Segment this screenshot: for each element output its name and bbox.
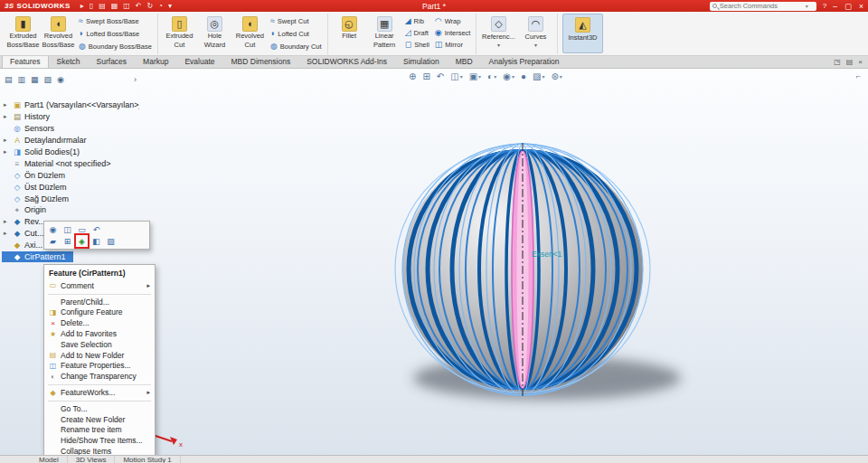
help-button[interactable]: ? — [823, 2, 826, 10]
quick-access-icon[interactable]: ▾ — [168, 0, 172, 12]
tree-tab-icon[interactable]: ▧ — [44, 75, 52, 84]
tree-item[interactable]: ▸ ▤ History — [2, 111, 139, 123]
expand-arrow-icon[interactable]: ▸ — [4, 148, 10, 156]
ribbon-button[interactable]: ◖ Revolved Cut — [232, 14, 268, 54]
context-toolbar-icon[interactable]: ⊞ — [61, 235, 73, 247]
command-tab[interactable]: MBD — [448, 55, 481, 68]
pane-toggle-icon[interactable]: ▤ — [846, 58, 854, 66]
ribbon-button-small[interactable]: ◍ Boundary Boss/Base — [77, 41, 154, 52]
ribbon-button[interactable]: ◖ Revolved Boss/Base — [41, 14, 76, 54]
quick-access-icon[interactable]: ▯ — [90, 0, 93, 12]
tree-item[interactable]: ⌖ Origin — [2, 204, 139, 216]
view-toolbar-button[interactable]: ⊞ ▾ — [422, 71, 429, 81]
context-menu-item[interactable]: ▸ — [48, 398, 151, 402]
view-toolbar-button[interactable]: ⊛ ▾ — [551, 71, 561, 81]
command-tab[interactable]: Surfaces — [89, 55, 136, 68]
context-toolbar-icon[interactable]: ▭ — [76, 223, 88, 235]
tree-tab-icon[interactable]: ▤ — [5, 75, 13, 84]
tree-item[interactable]: ◇ Üst Düzlem — [2, 181, 139, 193]
view-toolbar-button[interactable]: ◫ ▾ — [450, 71, 462, 81]
quick-access-icon[interactable]: ▤ — [99, 0, 106, 12]
model-sphere[interactable]: Eksen<1 — [326, 116, 750, 441]
context-toolbar-icon[interactable]: ◈ — [76, 235, 88, 247]
ribbon-button-small[interactable]: ◫ Mirror — [433, 39, 473, 51]
instant3d-button[interactable]: ◭ Instant3D — [562, 14, 602, 53]
window-control-button[interactable]: × — [859, 2, 863, 11]
context-menu-item[interactable]: Go To... ▸ — [44, 403, 155, 414]
command-tab[interactable]: Evaluate — [176, 55, 222, 68]
context-toolbar-icon[interactable]: ▨ — [105, 235, 117, 247]
view-toolbar-button[interactable]: ⊕ ▾ — [409, 71, 416, 81]
quick-access-icon[interactable]: ↶ — [136, 0, 142, 12]
expand-arrow-icon[interactable]: ▸ — [4, 137, 10, 144]
view-toolbar-button[interactable]: ↶ ▾ — [437, 71, 444, 81]
ribbon-button[interactable]: ◠ Curves ▾ — [517, 14, 553, 54]
context-menu-item[interactable]: ▸ — [48, 382, 151, 385]
command-tab[interactable]: Analysis Preparation — [481, 55, 568, 68]
view-toolbar-button[interactable]: ● ▾ — [521, 71, 526, 81]
ribbon-button-small[interactable]: ◿ Draft — [403, 27, 431, 39]
context-menu-item[interactable]: ▸ — [48, 291, 151, 295]
context-menu-item[interactable]: ◨ Configure Feature ▸ — [44, 307, 155, 318]
ribbon-button-small[interactable]: ≈ Swept Cut — [269, 15, 324, 27]
ribbon-button-small[interactable]: ◍ Boundary Cut — [269, 41, 324, 52]
context-menu-item[interactable]: Parent/Child... ▸ — [44, 297, 155, 307]
tree-item[interactable]: ◎ Sensors — [2, 123, 139, 135]
ribbon-button[interactable]: ◇ Referenc... ▾ — [480, 14, 516, 54]
context-toolbar-icon[interactable]: ◧ — [90, 235, 102, 247]
command-tab[interactable]: Sketch — [49, 55, 89, 68]
ribbon-button[interactable]: ▯ Extruded Cut — [162, 14, 197, 54]
tree-item[interactable]: ▸ ◨ Solid Bodies(1) — [2, 146, 139, 158]
command-tab[interactable]: SOLIDWORKS Add-Ins — [298, 55, 395, 68]
window-control-button[interactable]: ▢ — [844, 2, 852, 11]
context-menu-item[interactable]: ★ Add to Favorites ▸ — [44, 328, 155, 339]
search-commands-input[interactable] — [720, 2, 803, 10]
command-tab[interactable]: MBD Dimensions — [223, 55, 299, 68]
command-tab[interactable]: Simulation — [395, 55, 448, 68]
tree-tab-icon[interactable]: ◉ — [57, 75, 64, 84]
command-tab[interactable]: Markup — [135, 55, 176, 68]
tree-item[interactable]: ◆ CirPattern1 — [2, 251, 73, 263]
context-toolbar-icon[interactable]: ↶ — [90, 223, 102, 235]
context-menu-item[interactable]: Create New Folder ▸ — [44, 414, 155, 425]
ribbon-button-small[interactable]: ◉ Intersect — [433, 27, 473, 39]
document-view-tab[interactable]: Motion Study 1 — [115, 456, 180, 463]
context-menu-item[interactable]: ◆ FeatureWorks... ▸ — [44, 387, 155, 398]
view-toolbar-button[interactable]: ▣ ▾ — [469, 71, 481, 81]
ribbon-button-small[interactable]: ◠ Wrap — [433, 15, 473, 27]
context-menu-item[interactable]: ◐ Change Transparency ▸ — [44, 371, 155, 382]
tree-tab-icon[interactable]: ▥ — [18, 75, 26, 84]
context-toolbar-icon[interactable]: ◫ — [61, 223, 73, 235]
expand-arrow-icon[interactable]: ▸ — [4, 230, 10, 237]
context-menu-item[interactable]: × Delete... ▸ — [44, 317, 155, 328]
pane-toggle-icon[interactable]: × — [858, 58, 863, 66]
context-toolbar-icon[interactable]: ▰ — [47, 235, 59, 247]
command-tab[interactable]: Features — [2, 55, 49, 68]
context-menu-item[interactable]: ◫ Feature Properties... ▸ — [44, 361, 155, 372]
context-menu-item[interactable]: ▤ Add to New Folder ▸ — [44, 350, 155, 361]
tree-item[interactable]: ▸ A Detaylandırmalar — [2, 135, 139, 146]
expand-arrow-icon[interactable]: ▸ — [4, 218, 10, 225]
ribbon-button[interactable]: ◵ Fillet — [332, 14, 367, 54]
window-control-button[interactable]: – — [833, 2, 837, 11]
expand-arrow-icon[interactable]: ▸ — [4, 101, 10, 109]
tree-item[interactable]: ▸ ▣ Part1 (Varsayılan<<Varsayılan>_ — [2, 99, 139, 111]
view-toolbar-button[interactable]: ◉ ▾ — [503, 71, 514, 81]
ribbon-button[interactable]: ◎ Hole Wizard — [197, 14, 232, 54]
quick-access-icon[interactable]: ◫ — [123, 0, 130, 12]
ribbon-button-small[interactable]: ◗ Lofted Cut — [269, 28, 324, 40]
ribbon-button[interactable]: ▦ Linear Pattern — [367, 14, 402, 54]
ribbon-button-small[interactable]: ≈ Swept Boss/Base — [77, 15, 154, 27]
document-view-tab[interactable]: 3D Views — [68, 456, 116, 463]
quick-access-icon[interactable]: ▸ — [80, 0, 84, 12]
search-commands-box[interactable]: ▾ — [710, 2, 816, 11]
ribbon-button-small[interactable]: ◗ Lofted Boss/Base — [77, 28, 154, 40]
graphics-area[interactable]: ⊕ ▾ ⊞ ▾ ↶ ▾ ◫ ▾ ▣ ▾ ◐ — [0, 69, 868, 455]
tree-item[interactable]: ◇ Sağ Düzlem — [2, 193, 139, 204]
quick-access-icon[interactable]: ◔ — [158, 0, 163, 12]
document-view-tab[interactable]: Model — [31, 456, 68, 463]
ribbon-button-small[interactable]: ◻ Shell — [403, 39, 431, 51]
view-toolbar-button[interactable]: ▨ ▾ — [533, 71, 544, 81]
search-caret-icon[interactable]: ▾ — [806, 3, 808, 9]
fullscreen-icon[interactable]: ⌐ — [856, 71, 861, 80]
